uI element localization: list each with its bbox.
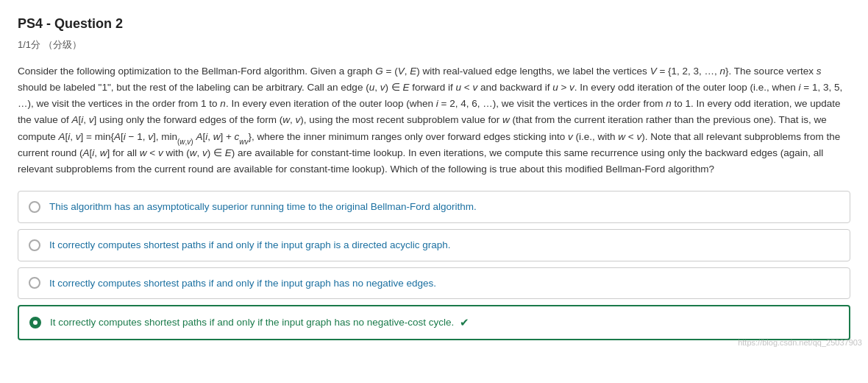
watermark: https://blog.csdn.net/qq_25037903 [738, 337, 862, 350]
question-text: Consider the following optimization to t… [18, 63, 850, 178]
radio-2 [29, 239, 40, 251]
correct-checkmark: ✔ [460, 314, 469, 331]
subtitle: 1/1分 （分级） [18, 38, 850, 53]
page-title: PS4 - Question 2 [18, 13, 850, 35]
radio-4 [29, 317, 41, 328]
radio-3 [29, 277, 40, 289]
option-2-label: It correctly computes shortest paths if … [49, 237, 451, 253]
option-4[interactable]: It correctly computes shortest paths if … [18, 305, 850, 340]
option-4-label: It correctly computes shortest paths if … [50, 315, 454, 331]
radio-1 [29, 201, 40, 213]
option-1-label: This algorithm has an asymptotically sup… [49, 199, 477, 215]
option-3-label: It correctly computes shortest paths if … [49, 275, 436, 292]
option-1[interactable]: This algorithm has an asymptotically sup… [18, 191, 850, 223]
option-3[interactable]: It correctly computes shortest paths if … [18, 267, 850, 300]
option-2[interactable]: It correctly computes shortest paths if … [18, 229, 850, 261]
options-list: This algorithm has an asymptotically sup… [18, 191, 850, 340]
